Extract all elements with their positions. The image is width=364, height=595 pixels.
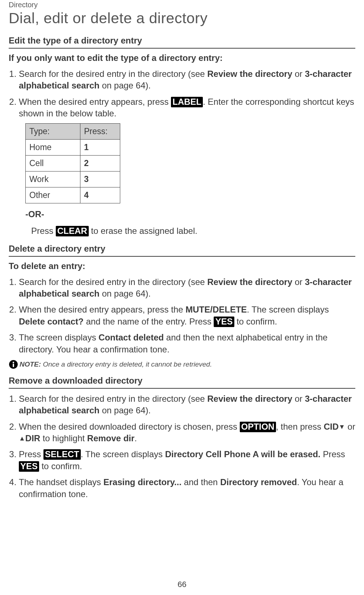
text: Search for the desired entry in the dire… bbox=[19, 394, 207, 404]
key-yes: YES bbox=[214, 317, 234, 327]
section-heading-edit-type: Edit the type of a directory entry bbox=[9, 36, 355, 49]
text: , then press bbox=[276, 422, 324, 431]
text-bold-cid: CID bbox=[324, 422, 339, 431]
step-remove-4: The handset displays Erasing directory..… bbox=[19, 476, 355, 500]
text: or bbox=[345, 422, 355, 431]
table-cell-press: 4 bbox=[80, 187, 120, 203]
table-row: Home 1 bbox=[26, 139, 120, 155]
text: or bbox=[292, 277, 305, 287]
text: Press bbox=[19, 449, 43, 459]
breadcrumb: Directory bbox=[9, 1, 355, 9]
text-bold: Directory Cell Phone A will be erased. bbox=[165, 449, 321, 459]
step-remove-3: Press SELECT. The screen displays Direct… bbox=[19, 449, 355, 472]
note-row: NOTE: Once a directory entry is deleted,… bbox=[9, 360, 355, 369]
text-bold: Contact deleted bbox=[99, 332, 164, 342]
table-cell-press: 1 bbox=[80, 139, 120, 155]
step-remove-2: When the desired downloaded directory is… bbox=[19, 421, 355, 445]
subheading-delete-entry: To delete an entry: bbox=[9, 261, 355, 271]
text: and then bbox=[181, 477, 220, 487]
step-delete-1: Search for the desired entry in the dire… bbox=[19, 276, 355, 300]
table-row: Other 4 bbox=[26, 187, 120, 203]
text-smallcaps: MUTE bbox=[185, 305, 210, 314]
table-cell-type: Cell bbox=[26, 155, 80, 171]
text-bold: Review the directory bbox=[207, 69, 292, 79]
steps-edit-type: Search for the desired entry in the dire… bbox=[9, 68, 355, 237]
svg-rect-2 bbox=[13, 364, 14, 367]
text: on page 64). bbox=[100, 405, 151, 415]
press-clear-line: Press CLEAR to erase the assigned label. bbox=[31, 225, 355, 237]
text-bold: Directory removed bbox=[220, 477, 297, 487]
table-cell-type: Home bbox=[26, 139, 80, 155]
key-option: OPTION bbox=[240, 422, 276, 432]
table-row: Cell 2 bbox=[26, 155, 120, 171]
text: Press bbox=[31, 226, 56, 236]
text-bold-dir: DIR bbox=[25, 433, 40, 443]
table-cell-press: 3 bbox=[80, 171, 120, 187]
text: on page 64). bbox=[100, 80, 151, 90]
note-body: Once a directory entry is deleted, it ca… bbox=[41, 360, 212, 368]
table-cell-press: 2 bbox=[80, 155, 120, 171]
text: . The screen displays bbox=[247, 305, 329, 314]
section-heading-delete-entry: Delete a directory entry bbox=[9, 244, 355, 257]
text: Search for the desired entry in the dire… bbox=[19, 277, 207, 287]
key-label: LABEL bbox=[171, 97, 203, 107]
triangle-up-icon: ▲ bbox=[19, 435, 25, 442]
text: and the name of the entry. Press bbox=[84, 317, 214, 326]
table-header-type: Type: bbox=[26, 123, 80, 139]
triangle-down-icon: ▼ bbox=[339, 423, 345, 430]
text: or bbox=[292, 69, 305, 79]
steps-delete-entry: Search for the desired entry in the dire… bbox=[9, 276, 355, 355]
text: . The screen displays bbox=[81, 449, 165, 459]
table-row: Work 3 bbox=[26, 171, 120, 187]
text: on page 64). bbox=[100, 289, 151, 298]
key-yes: YES bbox=[19, 461, 39, 472]
page-number: 66 bbox=[0, 580, 364, 589]
step-delete-2: When the desired entry appears, press th… bbox=[19, 304, 355, 327]
text: or bbox=[292, 394, 305, 404]
text: When the desired downloaded directory is… bbox=[19, 422, 240, 431]
section-heading-remove-dir: Remove a downloaded directory bbox=[9, 376, 355, 389]
step-edit-type-1: Search for the desired entry in the dire… bbox=[19, 68, 355, 92]
text-bold: Erasing directory... bbox=[103, 477, 181, 487]
step-edit-type-2: When the desired entry appears, press LA… bbox=[19, 96, 355, 237]
page: Directory Dial, edit or delete a directo… bbox=[0, 1, 364, 595]
text-bold-remove: Remove dir bbox=[87, 433, 135, 443]
text: Search for the desired entry in the dire… bbox=[19, 69, 207, 79]
steps-remove-dir: Search for the desired entry in the dire… bbox=[9, 393, 355, 500]
note-text: NOTE: Once a directory entry is deleted,… bbox=[20, 360, 212, 368]
text-bold: Review the directory bbox=[207, 277, 292, 287]
text: to erase the assigned label. bbox=[89, 226, 197, 236]
svg-point-1 bbox=[13, 361, 14, 363]
text-bold: Review the directory bbox=[207, 394, 292, 404]
table-header-press: Press: bbox=[80, 123, 120, 139]
table-header-row: Type: Press: bbox=[26, 123, 120, 139]
text: When the desired entry appears, press bbox=[19, 97, 171, 107]
text: to confirm. bbox=[234, 317, 277, 326]
table-cell-type: Work bbox=[26, 171, 80, 187]
text: to confirm. bbox=[39, 461, 82, 471]
or-label: -OR- bbox=[25, 208, 355, 220]
key-clear: CLEAR bbox=[56, 226, 89, 236]
text: . bbox=[134, 433, 137, 443]
info-icon bbox=[9, 360, 18, 369]
text: Press bbox=[321, 449, 345, 459]
text: When the desired entry appears, press th… bbox=[19, 305, 185, 314]
shortcut-table: Type: Press: Home 1 Cell 2 Work bbox=[25, 123, 120, 203]
text: to highlight bbox=[40, 433, 87, 443]
step-remove-1: Search for the desired entry in the dire… bbox=[19, 393, 355, 417]
text: The screen displays bbox=[19, 332, 99, 342]
key-select: SELECT bbox=[43, 449, 81, 460]
subheading-edit-type: If you only want to edit the type of a d… bbox=[9, 53, 355, 63]
text: The handset displays bbox=[19, 477, 103, 487]
page-title: Dial, edit or delete a directory bbox=[9, 10, 355, 27]
text-bold: /DELETE bbox=[210, 305, 247, 314]
table-cell-type: Other bbox=[26, 187, 80, 203]
note-label: NOTE: bbox=[20, 360, 41, 368]
step-delete-3: The screen displays Contact deleted and … bbox=[19, 332, 355, 355]
text-bold: Delete contact? bbox=[19, 317, 84, 326]
